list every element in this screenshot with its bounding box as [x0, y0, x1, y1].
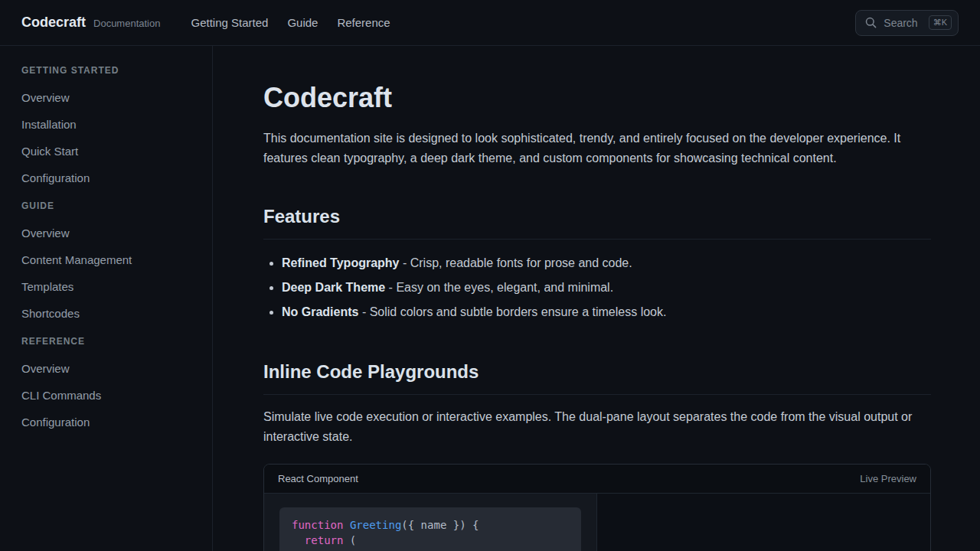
- code-pane: function Greeting({ name }) { return (: [264, 494, 597, 551]
- sidebar-item-configuration[interactable]: Configuration: [21, 171, 197, 186]
- brand[interactable]: Codecraft Documentation: [21, 15, 160, 31]
- sidebar-item-overview[interactable]: Overview: [21, 226, 197, 241]
- preview-pane: [597, 494, 930, 551]
- sidebar-item-overview[interactable]: Overview: [21, 361, 197, 377]
- feature-item: Refined Typography - Crisp, readable fon…: [282, 255, 931, 272]
- sidebar-section-title: GETTING STARTED: [21, 64, 197, 77]
- top-navbar: Codecraft Documentation Getting StartedG…: [0, 0, 980, 46]
- playground-body: function Greeting({ name }) { return (: [264, 494, 930, 551]
- playground-header: React Component Live Preview: [264, 465, 930, 494]
- search-shortcut-kbd: ⌘K: [929, 15, 952, 30]
- sidebar-section-title: GUIDE: [21, 200, 197, 212]
- sidebar-item-installation[interactable]: Installation: [21, 117, 197, 132]
- features-heading: Features: [263, 205, 931, 240]
- sidebar-section-guide: GUIDEOverviewContent ManagementTemplates…: [21, 200, 197, 321]
- sidebar-section-reference: REFERENCEOverviewCLI CommandsConfigurati…: [21, 335, 197, 430]
- sidebar-item-cli-commands[interactable]: CLI Commands: [21, 388, 197, 403]
- main-nav: Getting StartedGuideReference: [191, 16, 390, 29]
- sidebar-item-quick-start[interactable]: Quick Start: [21, 144, 197, 159]
- sidebar-item-overview[interactable]: Overview: [21, 90, 197, 106]
- feature-list: Refined Typography - Crisp, readable fon…: [263, 255, 931, 321]
- sidebar: GETTING STARTEDOverviewInstallationQuick…: [0, 46, 213, 551]
- search-icon: [865, 17, 877, 28]
- brand-suffix: Documentation: [93, 18, 160, 29]
- feature-item: No Gradients - Solid colors and subtle b…: [282, 304, 931, 321]
- feature-term: Deep Dark Theme: [282, 281, 385, 294]
- nav-link-guide[interactable]: Guide: [287, 16, 318, 29]
- page-title: Codecraft: [263, 81, 931, 115]
- intro-paragraph: This documentation site is designed to l…: [263, 129, 931, 168]
- search-label: Search: [884, 17, 917, 29]
- sidebar-item-content-management[interactable]: Content Management: [21, 253, 197, 268]
- search-box[interactable]: Search ⌘K: [855, 10, 959, 36]
- playground-code-title: React Component: [278, 473, 358, 484]
- nav-link-reference[interactable]: Reference: [337, 16, 390, 29]
- playground-preview-title: Live Preview: [860, 473, 916, 484]
- code-line: function Greeting({ name }) {: [292, 517, 569, 533]
- code-line: return (: [292, 533, 569, 548]
- playgrounds-heading: Inline Code Playgrounds: [263, 360, 931, 395]
- feature-term: Refined Typography: [282, 256, 400, 269]
- sidebar-item-shortcodes[interactable]: Shortcodes: [21, 306, 197, 321]
- code-editor[interactable]: function Greeting({ name }) { return (: [279, 507, 581, 551]
- feature-item: Deep Dark Theme - Easy on the eyes, eleg…: [282, 279, 931, 296]
- feature-term: No Gradients: [282, 305, 358, 318]
- nav-link-getting-started[interactable]: Getting Started: [191, 16, 268, 29]
- code-playground-panel: React Component Live Preview function Gr…: [263, 464, 931, 551]
- sidebar-item-templates[interactable]: Templates: [21, 279, 197, 295]
- playgrounds-description: Simulate live code execution or interact…: [263, 407, 931, 447]
- sidebar-item-configuration[interactable]: Configuration: [21, 415, 197, 430]
- brand-name: Codecraft: [21, 15, 86, 31]
- sidebar-section-getting-started: GETTING STARTEDOverviewInstallationQuick…: [21, 64, 197, 186]
- sidebar-section-title: REFERENCE: [21, 335, 197, 347]
- main-content: Codecraft This documentation site is des…: [213, 46, 980, 551]
